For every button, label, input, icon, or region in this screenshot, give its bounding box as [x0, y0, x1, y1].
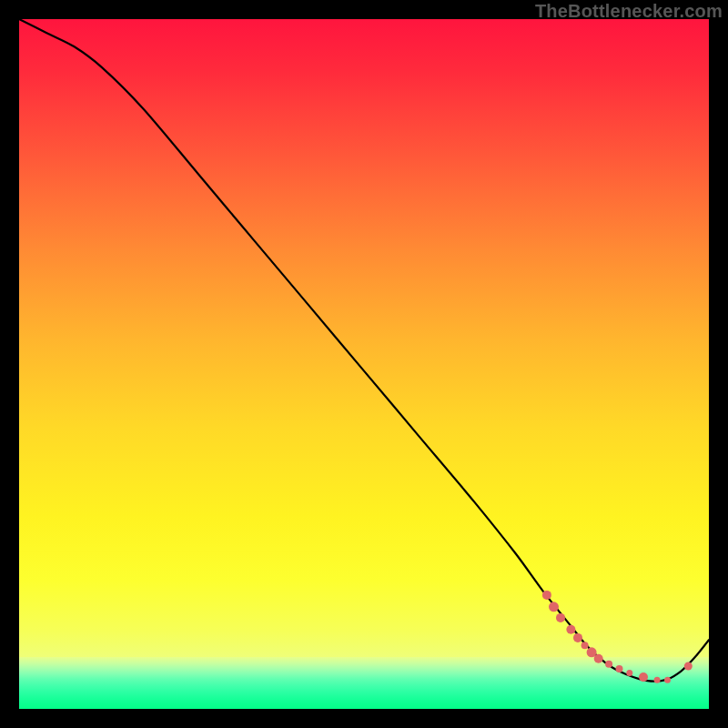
gradient-green [19, 657, 709, 709]
plot-area [19, 19, 709, 709]
attribution-text: TheBottlenecker.com [535, 1, 723, 22]
chart-stage: TheBottlenecker.com [0, 0, 728, 728]
gradient-heat [19, 19, 709, 657]
